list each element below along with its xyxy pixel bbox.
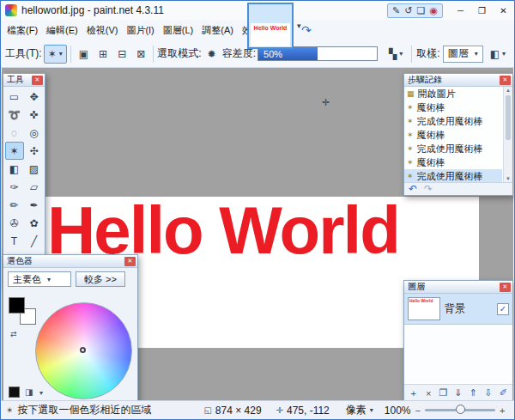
cursor-position-value: 475, -112 (287, 405, 330, 417)
history-window-toggle[interactable]: ↺ (404, 6, 412, 15)
swap-colors-icon[interactable]: ⇄ (10, 330, 17, 338)
history-item[interactable]: ▦ 開啟圖片 (404, 87, 502, 100)
history-step-label: 開啟圖片 (418, 88, 456, 100)
menu-item[interactable]: 檔案(F) (3, 22, 42, 38)
tool-rectangle-select[interactable]: ▭ (5, 88, 24, 106)
zoom-group: 100% − + (385, 405, 506, 417)
scrollbar-thumb[interactable] (506, 95, 511, 140)
undo-icon[interactable]: ↶ (409, 184, 417, 194)
history-item[interactable]: ✶ 完成使用魔術棒 (404, 169, 502, 182)
zoom-in-icon[interactable]: + (500, 405, 505, 416)
tool-move-selection[interactable]: ✜ (25, 106, 44, 124)
move-layer-up-button[interactable]: ⇑ (468, 387, 479, 400)
history-scrollbar[interactable]: ▲ ▼ (503, 87, 512, 182)
color-wheel[interactable] (35, 302, 132, 399)
menu-item[interactable]: 調整(A) (197, 22, 238, 38)
tool-pencil[interactable]: ✏ (5, 196, 24, 214)
current-tool-button[interactable]: ✶ ▾ (44, 45, 67, 64)
menu-item[interactable]: 圖層(L) (159, 22, 197, 38)
unit-dropdown[interactable]: 像素 ▾ (346, 403, 373, 417)
layer-row[interactable]: Hello World 背景 ✓ (404, 294, 512, 325)
tool-paint-bucket[interactable]: ◧ (5, 160, 24, 178)
history-item[interactable]: ✶ 完成使用魔術棒 (404, 114, 502, 128)
history-step-icon: ✶ (407, 117, 414, 125)
maximize-button[interactable]: ❐ (471, 1, 493, 20)
colors-window-toggle[interactable]: ◉ (429, 6, 438, 15)
flood-mode-button[interactable]: ✹ (203, 45, 221, 64)
window-toggle-group: ✎↺❏◉ (387, 3, 443, 18)
scroll-down-icon[interactable]: ▼ (504, 176, 512, 181)
zoom-value: 100% (385, 405, 411, 417)
tool-clone-stamp[interactable]: ✇ (5, 214, 24, 232)
tool-gradient[interactable]: ▨ (25, 160, 44, 178)
selection-mode-intersect[interactable]: ⊠ (132, 45, 149, 64)
scroll-up-icon[interactable]: ▲ (504, 88, 512, 93)
delete-layer-button[interactable]: × (422, 387, 433, 400)
menu-item[interactable]: 檢視(V) (82, 22, 123, 38)
tool-magic-wand[interactable]: ✶ (5, 142, 24, 160)
duplicate-layer-button[interactable]: ❐ (438, 387, 449, 400)
tool-pan[interactable]: ✣ (25, 142, 44, 160)
toolbar-right-group: ▚ ▾ 取樣: 圖層 ▾ ◧ ▾ (385, 45, 510, 64)
menu-item[interactable]: 圖片(I) (122, 22, 158, 38)
tool-move-selected-pixels[interactable]: ✥ (25, 88, 44, 106)
merge-layer-down-button[interactable]: ⇓ (452, 387, 464, 400)
image-tab[interactable]: Hello World (247, 3, 294, 49)
image-size-group: ◱ 874 × 429 (203, 405, 261, 417)
tool-eraser[interactable]: ▱ (25, 178, 44, 196)
tool-line-curve[interactable]: ╱ (25, 232, 44, 250)
current-color-swatch[interactable] (9, 387, 20, 398)
sampling-dropdown[interactable]: 圖層 ▾ (443, 46, 483, 63)
selection-mode-replace[interactable]: ▣ (75, 45, 93, 64)
tools-panel-titlebar[interactable]: 工具 ✕ (3, 74, 45, 87)
more-colors-button[interactable]: 較多 >> (76, 271, 125, 287)
primary-color-swatch[interactable] (9, 297, 25, 313)
selection-mode-subtract[interactable]: ⊟ (113, 45, 130, 64)
close-icon[interactable]: ✕ (500, 76, 511, 85)
palette-icon[interactable]: ◨ (25, 387, 33, 397)
layer-visibility-checkbox[interactable]: ✓ (497, 303, 509, 315)
redo-icon[interactable]: ↷ (424, 184, 433, 194)
selection-mode-add[interactable]: ⊞ (94, 45, 112, 64)
tools-window-toggle[interactable]: ✎ (392, 6, 400, 15)
chevron-down-icon[interactable]: ▾ (39, 389, 43, 397)
tool-recolor[interactable]: ✿ (25, 214, 44, 232)
zoom-slider[interactable] (425, 409, 495, 411)
magic-wand-icon: ✶ (6, 405, 13, 415)
menu-item[interactable]: 編輯(E) (42, 22, 82, 38)
tool-ellipse-select[interactable]: ◌ (5, 124, 24, 142)
layers-window-toggle[interactable]: ❏ (417, 6, 426, 15)
history-item[interactable]: ✶ 完成使用魔術棒 (404, 142, 502, 155)
history-item[interactable]: ✶ 魔術棒 (404, 100, 502, 114)
blend-mode-button[interactable]: ◧ ▾ (486, 45, 510, 64)
tool-color-picker[interactable]: ✒ (25, 196, 44, 214)
close-icon[interactable]: ✕ (500, 283, 511, 292)
move-layer-down-button[interactable]: ⇩ (482, 387, 494, 400)
zoom-out-icon[interactable]: − (415, 405, 421, 416)
tool-text[interactable]: T (5, 232, 24, 250)
history-item[interactable]: ✶ 魔術棒 (404, 155, 502, 169)
image-list-dropdown-icon[interactable]: ▾ (297, 21, 301, 30)
add-layer-button[interactable]: + (408, 387, 419, 400)
history-panel-titlebar[interactable]: 步驟記錄 ✕ (404, 74, 512, 87)
layers-panel-titlebar[interactable]: 圖層 ✕ (404, 281, 512, 294)
history-step-icon: ✶ (407, 144, 414, 153)
close-icon[interactable]: ✕ (32, 76, 43, 85)
tool-lasso-select[interactable]: ➰ (5, 106, 24, 124)
layer-properties-button[interactable]: ✐ (498, 387, 509, 400)
image-tab-thumbnail: Hello World (251, 23, 290, 46)
colors-panel-titlebar[interactable]: 選色器 ✕ (3, 255, 137, 268)
history-item[interactable]: ✶ 魔術棒 (404, 128, 502, 142)
selection-mode-label: 選取模式: (157, 46, 201, 61)
minimize-button[interactable]: ─ (450, 1, 471, 20)
zoom-slider-thumb[interactable] (456, 405, 465, 414)
close-button[interactable]: ✕ (493, 1, 514, 20)
tool-paintbrush[interactable]: ✑ (5, 178, 24, 196)
close-icon[interactable]: ✕ (124, 257, 136, 266)
tool-zoom[interactable]: ◎ (25, 124, 44, 142)
color-mode-dropdown[interactable]: 主要色 ▾ (8, 271, 71, 287)
antialias-button[interactable]: ▚ ▾ (385, 45, 407, 64)
layers-panel-title: 圖層 (408, 281, 425, 293)
window-title: helloworld.jpg - paint.net 4.3.11 (21, 4, 164, 16)
image-size-icon: ◱ (203, 405, 211, 415)
